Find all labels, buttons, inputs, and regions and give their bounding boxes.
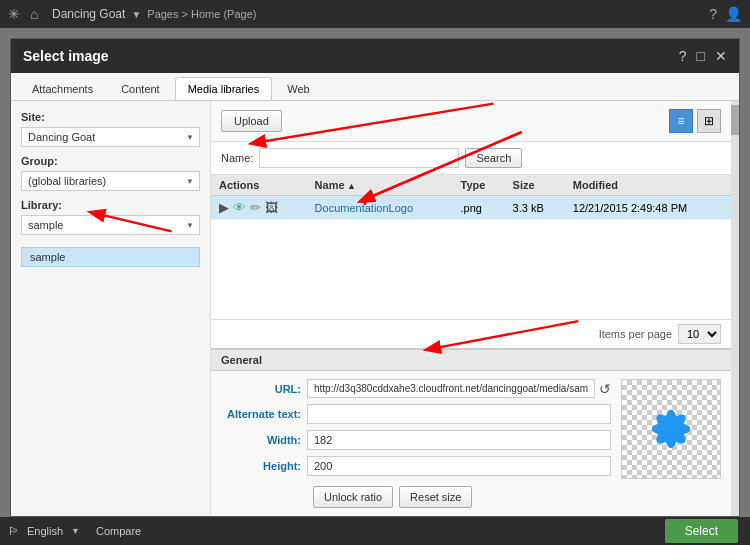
items-per-page-label: Items per page	[599, 328, 672, 340]
height-label: Height:	[221, 460, 301, 472]
home-icon[interactable]: ⌂	[30, 6, 46, 22]
scrollbar-thumb[interactable]	[731, 105, 739, 135]
grid-view-button[interactable]: ⊞	[697, 109, 721, 133]
height-input[interactable]	[307, 456, 611, 476]
row-type: .png	[453, 196, 505, 220]
tab-web[interactable]: Web	[274, 77, 322, 100]
search-label: Name:	[221, 152, 253, 164]
dialog-title: Select image	[23, 48, 109, 64]
general-form: URL: ↺ Alternate text:	[221, 379, 611, 508]
site-label: Site:	[21, 111, 200, 123]
row-size: 3.3 kB	[505, 196, 565, 220]
group-label: Group:	[21, 155, 200, 167]
select-image-dialog: Select image ? □ ✕ Attachments Content M…	[10, 38, 740, 517]
url-input-row: ↺	[307, 379, 611, 398]
group-row: Group: (global libraries)	[21, 155, 200, 191]
col-size: Size	[505, 175, 565, 196]
table-header-row: Actions Name Type Size Modified	[211, 175, 731, 196]
help-icon[interactable]: ?	[709, 6, 717, 22]
dropdown-arrow: ▼	[131, 9, 141, 20]
play-icon[interactable]: ▶	[219, 200, 229, 215]
alt-text-input[interactable]	[307, 404, 611, 424]
search-row: Name: Search	[211, 142, 731, 175]
toolbar-right: ≡ ⊞	[669, 109, 721, 133]
right-scrollbar[interactable]	[731, 101, 739, 516]
width-label: Width:	[221, 434, 301, 446]
dialog-body: Site: Dancing Goat Group: (global librar…	[11, 101, 739, 516]
language-label[interactable]: English	[27, 525, 63, 537]
pagination-row: Items per page 10	[211, 319, 731, 348]
col-type: Type	[453, 175, 505, 196]
list-view-button[interactable]: ≡	[669, 109, 693, 133]
row-actions: ▶ 👁 ✏ 🖼	[211, 196, 307, 220]
dialog-maximize-icon[interactable]: □	[697, 48, 705, 64]
group-select-wrapper: (global libraries)	[21, 171, 200, 191]
library-item-sample[interactable]: sample	[21, 247, 200, 267]
search-input[interactable]	[259, 148, 459, 168]
image-preview	[621, 379, 721, 479]
dialog-tabs: Attachments Content Media libraries Web	[11, 73, 739, 101]
dialog-close-icon[interactable]: ✕	[715, 48, 727, 64]
snowflake-icon: ✳	[8, 6, 24, 22]
file-row-actions: ▶ 👁 ✏ 🖼	[219, 200, 299, 215]
toolbar-left: Upload	[221, 110, 282, 132]
panel-toolbar: Upload ≡ ⊞	[211, 101, 731, 142]
unlock-ratio-button[interactable]: Unlock ratio	[313, 486, 393, 508]
group-select[interactable]: (global libraries)	[21, 171, 200, 191]
breadcrumb: Pages > Home (Page)	[147, 8, 256, 20]
top-bar: ✳ ⌂ Dancing Goat ▼ Pages > Home (Page) ?…	[0, 0, 750, 28]
user-icon[interactable]: 👤	[725, 6, 742, 22]
language-dropdown-icon[interactable]: ▼	[71, 526, 80, 536]
library-select[interactable]: sample	[21, 215, 200, 235]
file-table-wrapper[interactable]: Actions Name Type Size Modified	[211, 175, 731, 319]
url-input[interactable]	[307, 379, 595, 398]
site-name: Dancing Goat	[52, 7, 125, 21]
library-label: Library:	[21, 199, 200, 211]
alt-text-row: Alternate text:	[221, 404, 611, 424]
col-modified: Modified	[565, 175, 731, 196]
search-button[interactable]: Search	[465, 148, 522, 168]
row-modified: 12/21/2015 2:49:48 PM	[565, 196, 731, 220]
image-icon: 🖼	[265, 200, 278, 215]
tab-attachments[interactable]: Attachments	[19, 77, 106, 100]
table-row[interactable]: ▶ 👁 ✏ 🖼 DocumentationLogo .png	[211, 196, 731, 220]
height-row: Height:	[221, 456, 611, 476]
sidebar: Site: Dancing Goat Group: (global librar…	[11, 101, 211, 516]
eye-icon[interactable]: 👁	[233, 200, 246, 215]
site-select-wrapper: Dancing Goat	[21, 127, 200, 147]
col-actions: Actions	[211, 175, 307, 196]
site-select[interactable]: Dancing Goat	[21, 127, 200, 147]
preview-image	[636, 394, 706, 464]
bottom-left: 🏳 English ▼ Compare	[8, 525, 141, 537]
select-button[interactable]: Select	[665, 519, 738, 543]
tab-content[interactable]: Content	[108, 77, 173, 100]
alt-label: Alternate text:	[221, 408, 301, 420]
library-select-wrapper: sample	[21, 215, 200, 235]
library-row: Library: sample	[21, 199, 200, 235]
row-name[interactable]: DocumentationLogo	[307, 196, 453, 220]
action-buttons-row: Unlock ratio Reset size	[221, 486, 611, 508]
dialog-controls: ? □ ✕	[679, 48, 727, 64]
flag-icon: 🏳	[8, 525, 19, 537]
compare-label[interactable]: Compare	[96, 525, 141, 537]
reset-size-button[interactable]: Reset size	[399, 486, 472, 508]
upload-button[interactable]: Upload	[221, 110, 282, 132]
dialog-header: Select image ? □ ✕	[11, 39, 739, 73]
file-link[interactable]: DocumentationLogo	[315, 202, 413, 214]
col-name[interactable]: Name	[307, 175, 453, 196]
pencil-icon[interactable]: ✏	[250, 200, 261, 215]
url-label: URL:	[221, 383, 301, 395]
general-section: General URL: ↺	[211, 348, 731, 516]
items-per-page-select[interactable]: 10	[678, 324, 721, 344]
width-input[interactable]	[307, 430, 611, 450]
url-row: URL: ↺	[221, 379, 611, 398]
main-panel: Upload ≡ ⊞ Name: Search	[211, 101, 731, 516]
width-row: Width:	[221, 430, 611, 450]
tab-media-libraries[interactable]: Media libraries	[175, 77, 273, 100]
topbar-right: ? 👤	[709, 6, 742, 22]
refresh-icon[interactable]: ↺	[599, 381, 611, 397]
file-table: Actions Name Type Size Modified	[211, 175, 731, 220]
main-area: Select image ? □ ✕ Attachments Content M…	[0, 28, 750, 517]
general-header: General	[211, 350, 731, 371]
dialog-help-icon[interactable]: ?	[679, 48, 687, 64]
